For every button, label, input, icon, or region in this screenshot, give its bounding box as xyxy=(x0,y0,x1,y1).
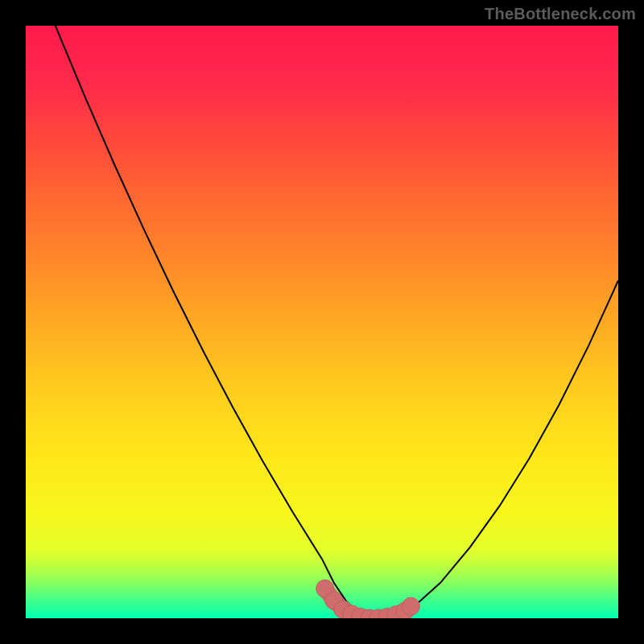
optimal-marker xyxy=(402,597,419,615)
gradient-background xyxy=(26,26,618,618)
bottleneck-chart xyxy=(26,26,618,618)
watermark-text: TheBottleneck.com xyxy=(485,5,636,23)
plot-area xyxy=(26,26,618,618)
outer-frame: TheBottleneck.com xyxy=(0,0,644,644)
